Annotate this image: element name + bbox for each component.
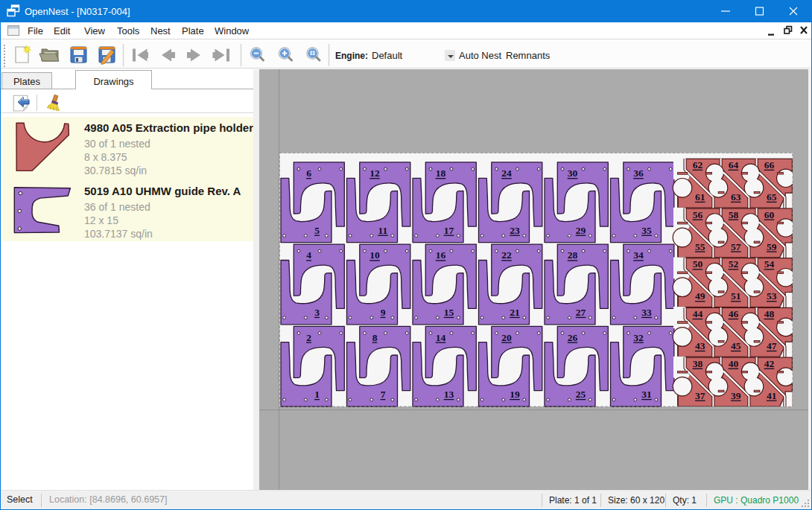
svg-text:22: 22	[501, 249, 512, 261]
svg-text:64: 64	[729, 159, 739, 170]
svg-text:48: 48	[764, 308, 775, 319]
svg-text:58: 58	[729, 209, 739, 220]
svg-text:63: 63	[731, 191, 741, 203]
svg-text:6: 6	[306, 168, 311, 179]
svg-text:8: 8	[372, 332, 378, 343]
svg-text:21: 21	[510, 307, 520, 318]
svg-text:32: 32	[633, 332, 644, 343]
svg-text:65: 65	[767, 191, 777, 203]
svg-text:41: 41	[767, 390, 777, 401]
svg-text:16: 16	[436, 249, 446, 261]
svg-text:19: 19	[510, 389, 520, 400]
svg-text:39: 39	[731, 390, 741, 401]
svg-text:18: 18	[436, 168, 446, 179]
svg-text:30: 30	[568, 168, 578, 179]
svg-text:52: 52	[729, 258, 739, 270]
svg-text:34: 34	[633, 249, 644, 261]
svg-text:25: 25	[576, 389, 586, 400]
svg-text:35: 35	[641, 225, 652, 236]
svg-text:66: 66	[764, 159, 775, 170]
svg-text:37: 37	[695, 390, 705, 401]
svg-text:14: 14	[436, 332, 446, 343]
svg-text:42: 42	[764, 358, 775, 369]
svg-text:55: 55	[695, 241, 705, 252]
svg-text:12: 12	[369, 168, 380, 179]
svg-text:20: 20	[501, 332, 512, 343]
svg-text:54: 54	[764, 258, 775, 270]
svg-text:56: 56	[693, 209, 703, 220]
svg-text:27: 27	[576, 307, 586, 318]
svg-text:9: 9	[381, 307, 386, 318]
svg-text:24: 24	[501, 168, 512, 179]
svg-text:7: 7	[381, 389, 386, 400]
svg-text:28: 28	[568, 249, 578, 261]
svg-text:62: 62	[693, 159, 703, 170]
svg-text:17: 17	[444, 225, 454, 236]
svg-text:2: 2	[306, 332, 311, 343]
svg-text:51: 51	[731, 290, 741, 302]
svg-text:4: 4	[306, 249, 311, 261]
svg-text:47: 47	[767, 340, 777, 351]
svg-text:60: 60	[764, 209, 775, 220]
svg-text:10: 10	[369, 249, 380, 261]
svg-text:1: 1	[314, 389, 320, 400]
svg-text:36: 36	[633, 168, 644, 179]
svg-text:23: 23	[510, 225, 520, 236]
svg-text:11: 11	[378, 225, 388, 236]
svg-text:61: 61	[695, 191, 705, 203]
svg-text:31: 31	[641, 389, 652, 400]
svg-text:43: 43	[695, 340, 705, 351]
svg-text:46: 46	[729, 308, 739, 319]
svg-text:26: 26	[568, 332, 578, 343]
svg-text:49: 49	[695, 290, 705, 302]
svg-text:38: 38	[693, 358, 703, 369]
svg-text:45: 45	[731, 340, 741, 351]
svg-text:29: 29	[576, 225, 586, 236]
svg-text:57: 57	[731, 241, 741, 252]
svg-text:15: 15	[444, 307, 454, 318]
svg-text:3: 3	[314, 307, 320, 318]
svg-text:59: 59	[767, 241, 777, 252]
svg-text:53: 53	[767, 290, 777, 302]
svg-text:40: 40	[729, 358, 739, 369]
svg-text:50: 50	[693, 258, 703, 270]
svg-text:33: 33	[641, 307, 652, 318]
svg-text:13: 13	[444, 389, 454, 400]
svg-text:44: 44	[693, 308, 703, 319]
svg-text:5: 5	[314, 225, 320, 236]
